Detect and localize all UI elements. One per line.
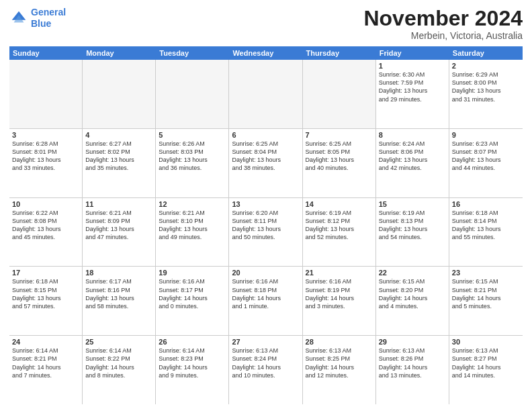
header-saturday: Saturday (449, 46, 523, 60)
title-area: November 2024 Merbein, Victoria, Austral… (363, 7, 523, 41)
day-number: 18 (85, 269, 152, 277)
calendar-cell: 13Sunrise: 6:20 AM Sunset: 8:11 PM Dayli… (229, 198, 302, 267)
day-number: 21 (306, 269, 373, 277)
calendar-row-1: 1Sunrise: 6:30 AM Sunset: 7:59 PM Daylig… (9, 60, 523, 129)
calendar-cell: 17Sunrise: 6:18 AM Sunset: 8:15 PM Dayli… (9, 267, 83, 335)
header-tuesday: Tuesday (156, 46, 229, 60)
day-info: Sunrise: 6:16 AM Sunset: 8:19 PM Dayligh… (306, 277, 373, 310)
day-number: 30 (452, 338, 520, 346)
day-info: Sunrise: 6:16 AM Sunset: 8:18 PM Dayligh… (232, 277, 299, 310)
day-info: Sunrise: 6:27 AM Sunset: 8:02 PM Dayligh… (85, 140, 152, 173)
calendar-cell: 4Sunrise: 6:27 AM Sunset: 8:02 PM Daylig… (83, 129, 156, 197)
calendar-cell: 26Sunrise: 6:14 AM Sunset: 8:23 PM Dayli… (156, 336, 229, 404)
day-info: Sunrise: 6:14 AM Sunset: 8:23 PM Dayligh… (159, 347, 226, 379)
day-number: 3 (12, 131, 79, 139)
logo-line2: Blue (31, 18, 51, 29)
location: Merbein, Victoria, Australia (363, 30, 523, 41)
header-monday: Monday (83, 46, 156, 60)
calendar-cell: 22Sunrise: 6:15 AM Sunset: 8:20 PM Dayli… (376, 267, 449, 335)
day-number: 28 (306, 338, 373, 346)
day-number: 26 (159, 338, 226, 346)
calendar-cell: 8Sunrise: 6:24 AM Sunset: 8:06 PM Daylig… (376, 129, 449, 197)
day-number: 2 (452, 62, 520, 70)
calendar-cell: 21Sunrise: 6:16 AM Sunset: 8:19 PM Dayli… (303, 267, 376, 335)
calendar-cell: 2Sunrise: 6:29 AM Sunset: 8:00 PM Daylig… (449, 60, 523, 128)
day-number: 5 (159, 131, 226, 139)
calendar-cell (156, 60, 229, 128)
day-info: Sunrise: 6:18 AM Sunset: 8:14 PM Dayligh… (452, 209, 520, 242)
calendar-cell: 6Sunrise: 6:25 AM Sunset: 8:04 PM Daylig… (229, 129, 302, 197)
calendar-cell: 12Sunrise: 6:21 AM Sunset: 8:10 PM Dayli… (156, 198, 229, 267)
calendar: Sunday Monday Tuesday Wednesday Thursday… (9, 46, 523, 404)
header-friday: Friday (376, 46, 449, 60)
month-title: November 2024 (363, 7, 523, 30)
day-number: 15 (379, 200, 446, 208)
header-sunday: Sunday (9, 46, 83, 60)
calendar-cell: 24Sunrise: 6:14 AM Sunset: 8:21 PM Dayli… (9, 336, 83, 404)
day-info: Sunrise: 6:19 AM Sunset: 8:13 PM Dayligh… (379, 209, 446, 242)
calendar-cell: 10Sunrise: 6:22 AM Sunset: 8:08 PM Dayli… (9, 198, 83, 267)
day-number: 6 (232, 131, 299, 139)
day-info: Sunrise: 6:13 AM Sunset: 8:26 PM Dayligh… (379, 347, 446, 379)
calendar-cell: 27Sunrise: 6:13 AM Sunset: 8:24 PM Dayli… (229, 336, 302, 404)
day-info: Sunrise: 6:26 AM Sunset: 8:03 PM Dayligh… (159, 140, 226, 173)
day-info: Sunrise: 6:25 AM Sunset: 8:05 PM Dayligh… (306, 140, 373, 173)
calendar-cell: 14Sunrise: 6:19 AM Sunset: 8:12 PM Dayli… (303, 198, 376, 267)
day-number: 14 (306, 200, 373, 208)
calendar-row-2: 3Sunrise: 6:28 AM Sunset: 8:01 PM Daylig… (9, 129, 523, 198)
calendar-cell: 3Sunrise: 6:28 AM Sunset: 8:01 PM Daylig… (9, 129, 83, 197)
day-number: 7 (306, 131, 373, 139)
day-number: 9 (452, 131, 520, 139)
calendar-cell: 16Sunrise: 6:18 AM Sunset: 8:14 PM Dayli… (449, 198, 523, 267)
day-number: 8 (379, 131, 446, 139)
header: General Blue November 2024 Merbein, Vict… (9, 7, 523, 41)
day-info: Sunrise: 6:28 AM Sunset: 8:01 PM Dayligh… (12, 140, 79, 173)
calendar-cell: 25Sunrise: 6:14 AM Sunset: 8:22 PM Dayli… (83, 336, 156, 404)
calendar-cell (9, 60, 83, 128)
calendar-cell (303, 60, 376, 128)
calendar-cell: 20Sunrise: 6:16 AM Sunset: 8:18 PM Dayli… (229, 267, 302, 335)
day-number: 4 (85, 131, 152, 139)
day-number: 24 (12, 338, 79, 346)
logo-text: General Blue (31, 7, 66, 30)
day-info: Sunrise: 6:13 AM Sunset: 8:24 PM Dayligh… (232, 347, 299, 379)
calendar-cell (229, 60, 302, 128)
day-number: 16 (452, 200, 520, 208)
day-info: Sunrise: 6:14 AM Sunset: 8:22 PM Dayligh… (85, 347, 152, 379)
day-number: 10 (12, 200, 79, 208)
day-info: Sunrise: 6:22 AM Sunset: 8:08 PM Dayligh… (12, 209, 79, 242)
calendar-row-5: 24Sunrise: 6:14 AM Sunset: 8:21 PM Dayli… (9, 336, 523, 404)
calendar-cell (83, 60, 156, 128)
logo-icon (9, 9, 28, 28)
day-info: Sunrise: 6:15 AM Sunset: 8:21 PM Dayligh… (452, 277, 520, 310)
calendar-cell: 5Sunrise: 6:26 AM Sunset: 8:03 PM Daylig… (156, 129, 229, 197)
day-number: 25 (85, 338, 152, 346)
day-info: Sunrise: 6:20 AM Sunset: 8:11 PM Dayligh… (232, 209, 299, 242)
day-info: Sunrise: 6:25 AM Sunset: 8:04 PM Dayligh… (232, 140, 299, 173)
day-info: Sunrise: 6:17 AM Sunset: 8:16 PM Dayligh… (85, 277, 152, 310)
calendar-row-4: 17Sunrise: 6:18 AM Sunset: 8:15 PM Dayli… (9, 267, 523, 336)
calendar-cell: 19Sunrise: 6:16 AM Sunset: 8:17 PM Dayli… (156, 267, 229, 335)
day-number: 27 (232, 338, 299, 346)
page: General Blue November 2024 Merbein, Vict… (0, 0, 532, 411)
calendar-cell: 30Sunrise: 6:13 AM Sunset: 8:27 PM Dayli… (449, 336, 523, 404)
day-info: Sunrise: 6:24 AM Sunset: 8:06 PM Dayligh… (379, 140, 446, 173)
calendar-body: 1Sunrise: 6:30 AM Sunset: 7:59 PM Daylig… (9, 60, 523, 404)
day-info: Sunrise: 6:14 AM Sunset: 8:21 PM Dayligh… (12, 347, 79, 379)
calendar-cell: 15Sunrise: 6:19 AM Sunset: 8:13 PM Dayli… (376, 198, 449, 267)
logo: General Blue (9, 7, 66, 30)
calendar-row-3: 10Sunrise: 6:22 AM Sunset: 8:08 PM Dayli… (9, 198, 523, 267)
day-number: 23 (452, 269, 520, 277)
day-number: 1 (379, 62, 446, 70)
day-number: 12 (159, 200, 226, 208)
day-number: 20 (232, 269, 299, 277)
header-thursday: Thursday (303, 46, 376, 60)
day-info: Sunrise: 6:21 AM Sunset: 8:09 PM Dayligh… (85, 209, 152, 242)
day-number: 22 (379, 269, 446, 277)
day-info: Sunrise: 6:13 AM Sunset: 8:25 PM Dayligh… (306, 347, 373, 379)
logo-line1: General (31, 7, 66, 17)
calendar-cell: 9Sunrise: 6:23 AM Sunset: 8:07 PM Daylig… (449, 129, 523, 197)
calendar-cell: 11Sunrise: 6:21 AM Sunset: 8:09 PM Dayli… (83, 198, 156, 267)
day-info: Sunrise: 6:30 AM Sunset: 7:59 PM Dayligh… (379, 71, 446, 103)
calendar-cell: 1Sunrise: 6:30 AM Sunset: 7:59 PM Daylig… (376, 60, 449, 128)
